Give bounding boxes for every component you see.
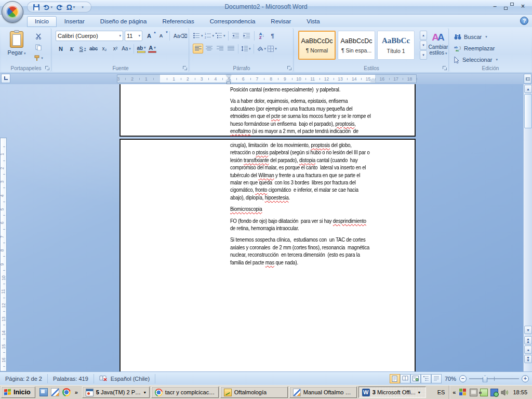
document-page-2[interactable]: cirugía), limitación de los movimiento, … <box>119 139 416 371</box>
cut-button[interactable] <box>32 31 45 41</box>
tray-collapse-icon[interactable]: « <box>451 389 457 395</box>
close-button[interactable]: × <box>518 3 528 10</box>
tab-diseno-de-pagina[interactable]: Diseño de página <box>92 16 155 27</box>
grow-font-button[interactable]: A▲ <box>144 31 154 41</box>
zoom-handle[interactable] <box>483 376 487 382</box>
change-styles-button[interactable]: AA Cambiar estilos <box>429 30 448 62</box>
styles-dialog-launcher-icon[interactable] <box>442 65 447 71</box>
taskbar-button-manual-oftalmo-uc[interactable]: Manual Oftalmo UC... <box>289 387 357 398</box>
ruler-toggle-button[interactable] <box>524 74 531 84</box>
tab-revisar[interactable]: Revisar <box>263 16 299 27</box>
style-card-sin-espa[interactable]: AaBbCcDc¶ Sin espa... <box>338 31 375 60</box>
tab-correspondencia[interactable]: Correspondencia <box>202 16 263 27</box>
taskbar-button-tacr-y-complcicacio[interactable]: tacr y complcicació... <box>151 387 219 398</box>
quick-launch-overflow-icon[interactable]: » <box>74 389 79 395</box>
font-color-button[interactable]: A <box>147 44 157 54</box>
bullets-button[interactable] <box>193 31 204 41</box>
language-bar[interactable]: ES <box>433 389 449 395</box>
office-button[interactable] <box>2 1 23 23</box>
show-marks-button[interactable]: ¶ <box>268 31 278 41</box>
align-center-button[interactable] <box>204 44 214 54</box>
replace-button[interactable]: abac Reemplazar <box>454 43 495 54</box>
superscript-button[interactable]: x² <box>110 44 121 54</box>
volume-icon[interactable] <box>501 389 509 396</box>
tab-insertar[interactable]: Insertar <box>57 16 92 27</box>
web-layout-view-icon[interactable] <box>410 374 421 383</box>
print-layout-view-icon[interactable] <box>390 374 400 383</box>
display-settings-icon[interactable] <box>470 389 477 396</box>
scroll-up-icon[interactable]: ▲ <box>524 85 532 93</box>
shading-button[interactable] <box>256 44 267 54</box>
full-screen-reading-view-icon[interactable] <box>400 374 410 383</box>
minimize-button[interactable]: – <box>490 3 500 10</box>
paragraph-dialog-launcher-icon[interactable] <box>287 65 292 71</box>
multilevel-list-button[interactable] <box>215 31 226 41</box>
decrease-indent-button[interactable] <box>231 31 241 41</box>
increase-indent-button[interactable] <box>242 31 252 41</box>
format-painter-button[interactable] <box>32 53 45 63</box>
help-icon[interactable]: ? <box>520 17 528 25</box>
paste-button[interactable]: Pegar <box>4 30 29 63</box>
start-button[interactable]: Inicio <box>1 387 35 398</box>
select-button[interactable]: Seleccionar <box>454 55 498 65</box>
scrollbar-thumb[interactable] <box>524 94 532 128</box>
copy-button[interactable] <box>32 42 45 52</box>
taskbar-button-3-microsoft-offi[interactable]: W3 Microsoft Offi...▾ <box>358 387 426 398</box>
zoom-level[interactable]: 70% <box>445 376 456 382</box>
underline-button[interactable]: S <box>77 44 88 54</box>
zoom-track[interactable] <box>469 375 519 382</box>
quick-launch-app-icon[interactable] <box>51 388 59 396</box>
font-dialog-launcher-icon[interactable] <box>182 65 188 71</box>
outline-view-icon[interactable] <box>421 374 431 383</box>
document-page-1[interactable]: Posición cantal (externo especialmente) … <box>119 84 416 137</box>
vertical-scrollbar[interactable]: ▲ ▼ ▲▲ ● ▼▼ <box>523 84 532 371</box>
chrome-icon[interactable] <box>62 388 71 396</box>
previous-page-icon[interactable]: ▲▲ <box>524 336 532 344</box>
tab-referencias[interactable]: Referencias <box>154 16 202 27</box>
taskbar-button-oftalmologia[interactable]: Oftalmología <box>220 387 288 398</box>
justify-button[interactable] <box>225 44 236 54</box>
proofing-status[interactable]: Español (Chile) <box>94 374 155 383</box>
tab-inicio[interactable]: Inicio <box>27 16 57 27</box>
subscript-button[interactable]: x₂ <box>99 44 110 54</box>
shrink-font-button[interactable]: A▼ <box>156 31 166 41</box>
next-page-icon[interactable]: ▼▼ <box>524 355 532 363</box>
scroll-down-icon[interactable]: ▼ <box>524 326 532 334</box>
align-left-button[interactable] <box>193 44 203 54</box>
network-icon[interactable] <box>490 389 498 396</box>
show-desktop-icon[interactable] <box>39 388 48 396</box>
borders-button[interactable] <box>267 44 277 54</box>
taskbar-button-5-java-tm-2-pla[interactable]: 5 Java(TM) 2 Pla...▾ <box>82 387 150 398</box>
clipboard-dialog-launcher-icon[interactable] <box>45 65 50 71</box>
bold-button[interactable]: N <box>56 44 66 54</box>
restore-button[interactable] <box>504 3 514 10</box>
italic-button[interactable]: K <box>66 44 77 54</box>
styles-scroll-down-icon[interactable]: ▼ <box>420 41 427 50</box>
highlight-button[interactable]: ab <box>136 44 147 54</box>
line-spacing-button[interactable] <box>241 44 251 54</box>
styles-gallery-expand-icon[interactable]: ▼ <box>420 50 427 60</box>
change-case-button[interactable]: Aa <box>121 44 131 54</box>
numbering-button[interactable]: 12 <box>204 31 215 41</box>
select-browse-object-icon[interactable]: ● <box>524 345 532 354</box>
clear-formatting-button[interactable]: Aa⌫ <box>173 31 188 41</box>
page-indicator[interactable]: Página: 2 de 2 <box>0 374 48 383</box>
tab-stop-selector[interactable] <box>1 74 10 83</box>
align-right-button[interactable] <box>215 44 225 54</box>
vertical-ruler[interactable]: 1234567891011121314151617 <box>0 138 7 371</box>
strikethrough-button[interactable]: abc <box>88 44 99 54</box>
zoom-in-icon[interactable]: + <box>522 375 529 382</box>
word-count[interactable]: Palabras: 419 <box>48 374 94 383</box>
draft-view-icon[interactable] <box>431 374 442 383</box>
styles-scroll-up-icon[interactable]: ▲ <box>420 31 427 40</box>
style-card-normal[interactable]: AaBbCcDc¶ Normal <box>298 31 336 60</box>
sort-button[interactable]: AZ↓ <box>257 31 267 41</box>
font-name-combo[interactable]: Calibri (Cuerpo)▾ <box>56 31 123 41</box>
tray-app-icon[interactable] <box>459 389 467 396</box>
style-card-titulo-1[interactable]: AaBbCcTítulo 1 <box>377 31 415 60</box>
tab-vista[interactable]: Vista <box>299 16 327 27</box>
horizontal-ruler[interactable]: 123123456789101112131415161718 <box>117 74 417 83</box>
power-plug-icon[interactable] <box>480 389 488 396</box>
font-size-combo[interactable]: 11▾ <box>125 31 142 41</box>
zoom-out-icon[interactable]: − <box>459 375 467 382</box>
